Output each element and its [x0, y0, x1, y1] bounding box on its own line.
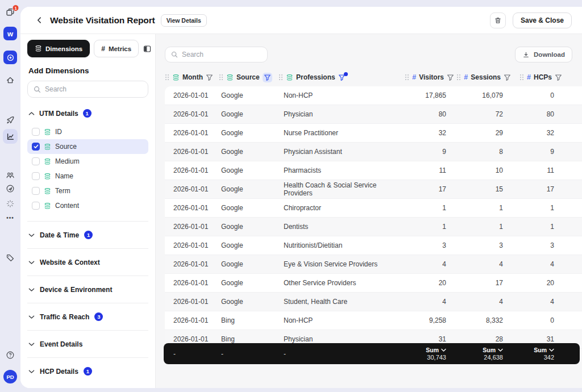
layers-icon: [44, 158, 51, 165]
dim-item-name[interactable]: Name: [27, 169, 148, 184]
dim-item-term[interactable]: Term: [27, 184, 148, 198]
back-button[interactable]: [33, 14, 45, 27]
dim-item-label: Content: [55, 202, 79, 210]
cell-visitors: 9,258: [389, 316, 446, 324]
sum-dropdown-sessions[interactable]: Sum: [483, 347, 503, 353]
delete-button[interactable]: [490, 12, 506, 28]
tab-metrics[interactable]: # Metrics: [94, 40, 139, 57]
summary-professions-placeholder: -: [278, 350, 389, 358]
search-icon: [34, 86, 41, 93]
filter-icon[interactable]: [206, 74, 213, 81]
sum-dropdown-visitors[interactable]: Sum: [426, 347, 446, 353]
cell-profession: Physician: [278, 335, 389, 343]
section-label: HCP Details: [40, 368, 78, 376]
drag-handle-icon[interactable]: [405, 74, 409, 81]
filter-icon-with-dot[interactable]: [338, 74, 346, 81]
drag-handle-icon[interactable]: [456, 74, 461, 81]
sum-value-visitors: 30,743: [427, 354, 446, 361]
dim-item-id[interactable]: ID: [27, 124, 148, 139]
analytics-icon-active[interactable]: [3, 129, 18, 144]
user-avatar[interactable]: PD: [3, 370, 17, 383]
layers-icon: [44, 128, 51, 136]
cell-source: Google: [219, 148, 278, 156]
brand-logo-icon[interactable]: w: [3, 27, 17, 40]
drag-handle-icon[interactable]: [278, 74, 283, 81]
tab-dimensions[interactable]: Dimensions: [27, 40, 90, 57]
cell-hcps: 1: [503, 204, 554, 212]
dim-item-label: Name: [55, 172, 73, 180]
section-hcp-details[interactable]: HCP Details 1: [27, 357, 148, 385]
layers-icon: [286, 74, 293, 81]
column-header-source[interactable]: Source: [219, 73, 278, 82]
section-website-context[interactable]: Website & Context: [27, 248, 148, 276]
dimension-search-input[interactable]: [45, 85, 142, 93]
download-label: Download: [534, 51, 565, 58]
dim-item-content[interactable]: Content: [27, 198, 148, 213]
checkbox-checked[interactable]: [32, 143, 40, 151]
hash-icon: #: [101, 45, 105, 53]
table-row: 2026-01-01GooglePharmacists111011: [165, 161, 582, 180]
add-new-icon[interactable]: [3, 51, 17, 64]
utm-details-header[interactable]: UTM Details 1: [28, 109, 147, 118]
column-header-professions[interactable]: Professions: [278, 73, 389, 81]
cell-hcps: 0: [503, 91, 554, 99]
cell-source: Bing: [219, 335, 278, 343]
sum-label: Sum: [483, 347, 496, 353]
download-button[interactable]: Download: [515, 47, 572, 62]
cell-sessions: 15: [446, 185, 503, 193]
sum-value-hcps: 342: [544, 354, 554, 361]
checkbox[interactable]: [32, 157, 40, 165]
workspaces-icon[interactable]: 1: [6, 7, 15, 17]
drag-handle-icon[interactable]: [519, 74, 524, 81]
cell-profession: Student, Health Care: [278, 298, 389, 306]
help-icon[interactable]: [6, 351, 15, 360]
column-header-month[interactable]: Month: [165, 73, 219, 81]
more-icon[interactable]: •••: [6, 215, 14, 221]
table-search-input[interactable]: [182, 51, 261, 59]
dim-item-medium[interactable]: Medium: [27, 154, 148, 169]
search-icon: [171, 51, 178, 58]
checkbox[interactable]: [32, 202, 40, 210]
rocket-icon[interactable]: [6, 115, 15, 124]
cell-profession: Dentists: [278, 223, 389, 231]
filter-icon[interactable]: [555, 74, 562, 81]
download-icon: [522, 51, 530, 59]
checkbox[interactable]: [32, 172, 40, 180]
checkbox[interactable]: [32, 128, 40, 136]
column-header-visitors[interactable]: # Visitors: [389, 73, 446, 81]
sum-dropdown-hcps[interactable]: Sum: [534, 347, 554, 353]
loading-spinner-icon[interactable]: [6, 199, 15, 208]
collapsed-sections: Date & Time 1 Website & Context Device &…: [27, 221, 148, 385]
home-icon[interactable]: [6, 76, 15, 85]
drag-handle-icon[interactable]: [165, 74, 169, 81]
drag-handle-icon[interactable]: [219, 74, 223, 81]
filter-icon[interactable]: [504, 74, 511, 81]
checkbox[interactable]: [32, 187, 40, 195]
section-event-details[interactable]: Event Details: [27, 330, 148, 357]
summary-bar: - - - Sum 30,743 Sum 24,638: [164, 343, 580, 364]
view-details-button[interactable]: View Details: [161, 14, 207, 27]
tag-icon[interactable]: [6, 253, 15, 262]
section-date-time[interactable]: Date & Time 1: [27, 221, 148, 248]
cell-month: 2026-01-01: [165, 185, 219, 193]
table-search: [165, 47, 268, 62]
section-device-environment[interactable]: Device & Environment: [27, 276, 148, 303]
filter-icon-active[interactable]: [263, 73, 272, 82]
dim-item-source[interactable]: Source: [27, 139, 148, 154]
collapse-panel-icon[interactable]: [143, 44, 152, 53]
cell-month: 2026-01-01: [165, 223, 219, 231]
send-icon[interactable]: [6, 184, 15, 193]
cell-month: 2026-01-01: [165, 316, 219, 324]
cell-hcps: 9: [503, 148, 554, 156]
filter-icon[interactable]: [447, 74, 454, 81]
cell-visitors: 4: [389, 260, 446, 268]
cell-sessions: 8,332: [446, 316, 503, 324]
cell-visitors: 20: [389, 279, 446, 287]
cell-source: Google: [219, 298, 278, 306]
save-close-button[interactable]: Save & Close: [513, 12, 572, 28]
users-icon[interactable]: [6, 170, 15, 180]
column-header-sessions[interactable]: # Sessions: [446, 73, 503, 81]
section-traffic-reach[interactable]: Traffic & Reach 3: [27, 303, 148, 330]
cell-source: Google: [219, 241, 278, 249]
layers-icon: [44, 187, 51, 195]
